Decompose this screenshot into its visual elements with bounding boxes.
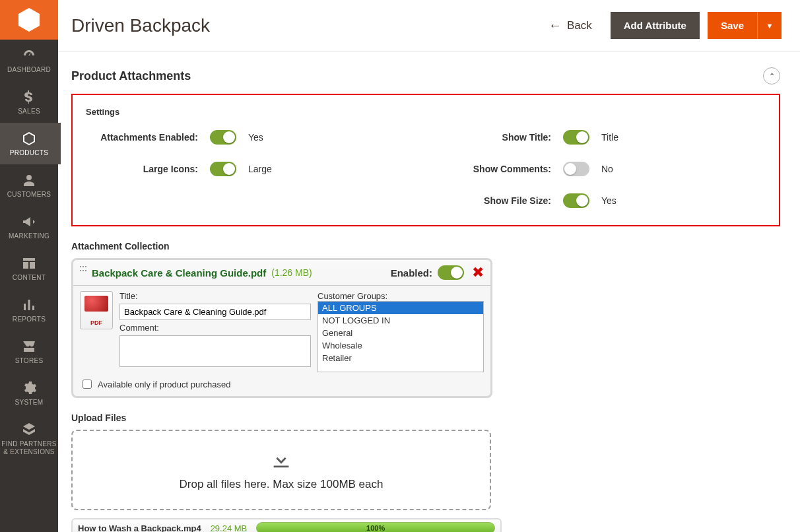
toggle-show-title[interactable]: [563, 130, 589, 145]
progress-filename: How to Wash a Backpack.mp4: [78, 523, 201, 533]
setting-value: Yes: [601, 195, 617, 206]
dropzone-text: Drop all files here. Max size 100MB each: [180, 478, 383, 491]
pdf-file-icon: PDF: [80, 291, 113, 329]
stores-icon: [21, 339, 37, 354]
nav-label: FIND PARTNERS & EXTENSIONS: [0, 440, 58, 456]
nav-label: MARKETING: [0, 232, 58, 240]
setting-label: Show File Size:: [439, 195, 551, 206]
customers-icon: [21, 172, 37, 188]
chevron-up-icon: ⌃: [769, 72, 775, 81]
dashboard-icon: [21, 48, 37, 63]
nav-label: CUSTOMERS: [0, 191, 58, 198]
marketing-icon: [21, 214, 37, 230]
customer-groups-select[interactable]: ALL GROUPS NOT LOGGED IN General Wholesa…: [317, 301, 484, 372]
setting-value: No: [601, 164, 613, 174]
nav-products[interactable]: PRODUCTS: [0, 123, 61, 164]
nav-content[interactable]: CONTENT: [0, 248, 61, 289]
nav-label: REPORTS: [0, 316, 58, 323]
back-label: Back: [567, 19, 592, 32]
nav-label: CONTENT: [0, 274, 58, 281]
remove-attachment-button[interactable]: ✖: [472, 264, 484, 281]
setting-large-icons: Large Icons: Large: [86, 162, 413, 176]
nav-label: SYSTEM: [0, 399, 58, 406]
collection-title: Attachment Collection: [71, 241, 780, 251]
partners-icon: [21, 422, 37, 438]
section-title: Product Attachments: [71, 69, 191, 83]
group-option[interactable]: NOT LOGGED IN: [318, 314, 483, 327]
toggle-show-file-size[interactable]: [563, 193, 589, 208]
sales-icon: [21, 89, 37, 105]
setting-value: Yes: [248, 132, 263, 143]
arrow-left-icon: ←: [549, 18, 562, 33]
enabled-label: Enabled:: [391, 267, 432, 279]
settings-panel: Settings Attachments Enabled: Yes Large …: [71, 94, 780, 226]
setting-value: Title: [601, 132, 618, 143]
add-attribute-button[interactable]: Add Attribute: [611, 12, 700, 39]
progress-bar: 100%: [256, 522, 495, 532]
attachment-filename: Backpack Care & Cleaning Guide.pdf: [92, 267, 266, 279]
setting-label: Attachments Enabled:: [86, 132, 198, 143]
setting-value: Large: [248, 164, 272, 174]
save-dropdown-toggle[interactable]: ▼: [757, 12, 782, 39]
comment-field-label: Comment:: [119, 323, 311, 333]
group-option[interactable]: ALL GROUPS: [318, 302, 483, 314]
nav-reports[interactable]: REPORTS: [0, 289, 61, 331]
setting-label: Large Icons:: [86, 164, 198, 174]
content-icon: [21, 255, 37, 271]
nav-label: SALES: [0, 108, 58, 115]
comment-textarea[interactable]: [119, 335, 311, 367]
page-header: Driven Backpack ← Back Add Attribute Sav…: [58, 0, 800, 51]
nav-sales[interactable]: SALES: [0, 81, 61, 123]
system-icon: [21, 380, 37, 396]
purchase-only-checkbox[interactable]: [83, 380, 92, 389]
upload-title: Upload Files: [71, 413, 780, 423]
toggle-attachment-enabled[interactable]: [438, 265, 464, 280]
nav-label: STORES: [0, 357, 58, 364]
reports-icon: [21, 297, 37, 313]
nav-marketing[interactable]: MARKETING: [0, 206, 61, 248]
nav-partners[interactable]: FIND PARTNERS & EXTENSIONS: [0, 414, 61, 464]
magento-logo[interactable]: [0, 0, 58, 40]
collapse-toggle[interactable]: ⌃: [763, 67, 780, 84]
group-option[interactable]: Wholesale: [318, 339, 483, 352]
toggle-attachments-enabled[interactable]: [210, 130, 236, 145]
setting-show-title: Show Title: Title: [439, 130, 766, 145]
groups-field-label: Customer Groups:: [317, 291, 484, 301]
group-option[interactable]: Retailer: [318, 352, 483, 364]
group-option[interactable]: General: [318, 327, 483, 339]
title-field-label: Title:: [119, 291, 311, 301]
purchase-only-label: Available only if product purchased: [98, 380, 230, 389]
setting-show-comments: Show Comments: No: [439, 162, 766, 176]
admin-sidebar: DASHBOARD SALES PRODUCTS CUSTOMERS MARKE…: [0, 0, 58, 532]
setting-label: Show Title:: [439, 132, 551, 143]
nav-label: PRODUCTS: [0, 149, 58, 156]
products-icon: [21, 131, 37, 147]
progress-filesize: 29.24 MB: [211, 523, 248, 533]
save-button[interactable]: Save: [708, 12, 757, 39]
attachment-item: Backpack Care & Cleaning Guide.pdf (1.26…: [71, 258, 492, 398]
toggle-large-icons[interactable]: [210, 162, 236, 176]
back-button[interactable]: ← Back: [549, 18, 592, 33]
upload-progress-item: How to Wash a Backpack.mp4 29.24 MB 100%: [71, 518, 502, 532]
nav-label: DASHBOARD: [0, 66, 58, 73]
setting-show-file-size: Show File Size: Yes: [439, 193, 766, 208]
page-title: Driven Backpack: [71, 15, 549, 36]
download-icon: [270, 449, 292, 471]
nav-system[interactable]: SYSTEM: [0, 372, 61, 414]
file-dropzone[interactable]: Drop all files here. Max size 100MB each: [71, 430, 491, 510]
setting-attachments-enabled: Attachments Enabled: Yes: [86, 130, 413, 145]
settings-heading: Settings: [86, 107, 766, 117]
nav-customers[interactable]: CUSTOMERS: [0, 164, 61, 206]
nav-dashboard[interactable]: DASHBOARD: [0, 40, 61, 81]
title-input[interactable]: [119, 304, 311, 320]
drag-handle-icon[interactable]: [80, 266, 86, 279]
attachment-filesize: (1.26 MB): [271, 267, 312, 278]
nav-stores[interactable]: STORES: [0, 331, 61, 372]
toggle-show-comments[interactable]: [563, 162, 589, 176]
setting-label: Show Comments:: [439, 164, 551, 174]
